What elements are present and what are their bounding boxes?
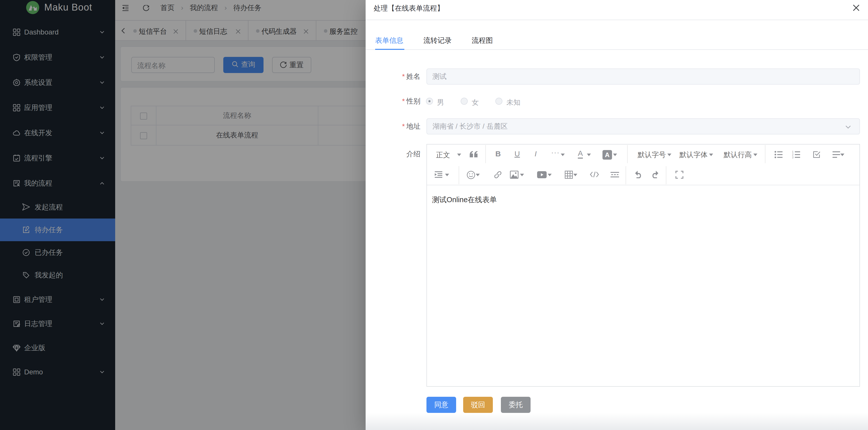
svg-text:3: 3 <box>792 156 794 159</box>
svg-text:2: 2 <box>792 153 794 156</box>
svg-text:1: 1 <box>792 150 794 153</box>
